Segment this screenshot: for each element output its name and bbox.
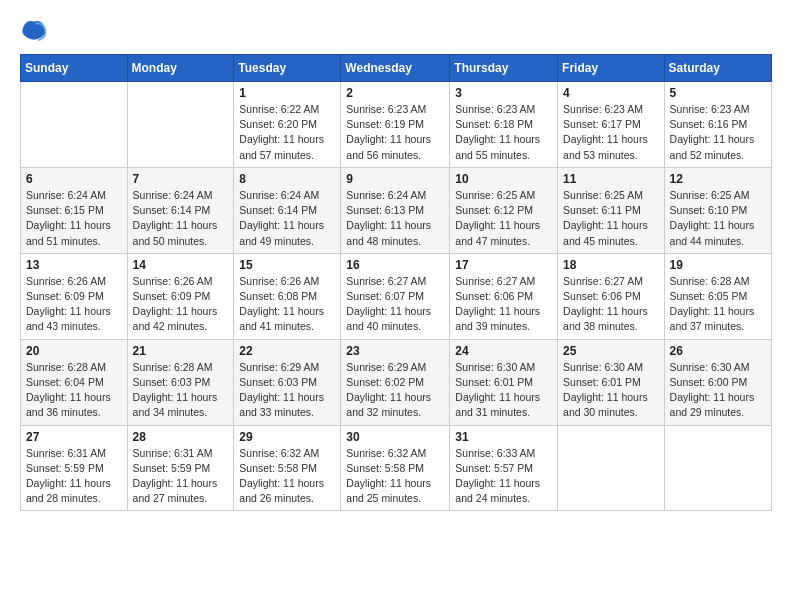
day-header-monday: Monday [127, 55, 234, 82]
day-number: 15 [239, 258, 335, 272]
day-header-tuesday: Tuesday [234, 55, 341, 82]
day-number: 11 [563, 172, 659, 186]
day-number: 6 [26, 172, 122, 186]
day-info: Sunrise: 6:28 AM Sunset: 6:03 PM Dayligh… [133, 360, 229, 421]
calendar-cell [21, 82, 128, 168]
day-info: Sunrise: 6:24 AM Sunset: 6:14 PM Dayligh… [133, 188, 229, 249]
day-number: 25 [563, 344, 659, 358]
day-info: Sunrise: 6:24 AM Sunset: 6:15 PM Dayligh… [26, 188, 122, 249]
calendar-cell: 12Sunrise: 6:25 AM Sunset: 6:10 PM Dayli… [664, 167, 771, 253]
day-number: 14 [133, 258, 229, 272]
day-number: 26 [670, 344, 766, 358]
calendar-cell: 16Sunrise: 6:27 AM Sunset: 6:07 PM Dayli… [341, 253, 450, 339]
day-number: 7 [133, 172, 229, 186]
day-number: 16 [346, 258, 444, 272]
week-row-1: 6Sunrise: 6:24 AM Sunset: 6:15 PM Daylig… [21, 167, 772, 253]
calendar-cell: 11Sunrise: 6:25 AM Sunset: 6:11 PM Dayli… [558, 167, 665, 253]
day-info: Sunrise: 6:27 AM Sunset: 6:06 PM Dayligh… [563, 274, 659, 335]
calendar-cell: 9Sunrise: 6:24 AM Sunset: 6:13 PM Daylig… [341, 167, 450, 253]
calendar-cell: 28Sunrise: 6:31 AM Sunset: 5:59 PM Dayli… [127, 425, 234, 511]
day-info: Sunrise: 6:23 AM Sunset: 6:18 PM Dayligh… [455, 102, 552, 163]
day-info: Sunrise: 6:23 AM Sunset: 6:16 PM Dayligh… [670, 102, 766, 163]
calendar-cell: 8Sunrise: 6:24 AM Sunset: 6:14 PM Daylig… [234, 167, 341, 253]
calendar-cell: 18Sunrise: 6:27 AM Sunset: 6:06 PM Dayli… [558, 253, 665, 339]
calendar-cell: 23Sunrise: 6:29 AM Sunset: 6:02 PM Dayli… [341, 339, 450, 425]
day-info: Sunrise: 6:28 AM Sunset: 6:04 PM Dayligh… [26, 360, 122, 421]
logo-icon [20, 18, 48, 46]
calendar-cell [558, 425, 665, 511]
calendar-cell: 20Sunrise: 6:28 AM Sunset: 6:04 PM Dayli… [21, 339, 128, 425]
calendar-header-row: SundayMondayTuesdayWednesdayThursdayFrid… [21, 55, 772, 82]
day-number: 18 [563, 258, 659, 272]
day-number: 10 [455, 172, 552, 186]
day-number: 20 [26, 344, 122, 358]
calendar-cell: 26Sunrise: 6:30 AM Sunset: 6:00 PM Dayli… [664, 339, 771, 425]
day-info: Sunrise: 6:31 AM Sunset: 5:59 PM Dayligh… [133, 446, 229, 507]
calendar-cell: 31Sunrise: 6:33 AM Sunset: 5:57 PM Dayli… [450, 425, 558, 511]
week-row-0: 1Sunrise: 6:22 AM Sunset: 6:20 PM Daylig… [21, 82, 772, 168]
day-number: 21 [133, 344, 229, 358]
day-header-sunday: Sunday [21, 55, 128, 82]
week-row-3: 20Sunrise: 6:28 AM Sunset: 6:04 PM Dayli… [21, 339, 772, 425]
calendar-cell: 17Sunrise: 6:27 AM Sunset: 6:06 PM Dayli… [450, 253, 558, 339]
calendar-cell: 27Sunrise: 6:31 AM Sunset: 5:59 PM Dayli… [21, 425, 128, 511]
calendar-cell: 4Sunrise: 6:23 AM Sunset: 6:17 PM Daylig… [558, 82, 665, 168]
day-number: 5 [670, 86, 766, 100]
day-info: Sunrise: 6:22 AM Sunset: 6:20 PM Dayligh… [239, 102, 335, 163]
day-info: Sunrise: 6:30 AM Sunset: 6:01 PM Dayligh… [455, 360, 552, 421]
day-number: 17 [455, 258, 552, 272]
calendar-cell: 13Sunrise: 6:26 AM Sunset: 6:09 PM Dayli… [21, 253, 128, 339]
calendar-cell: 29Sunrise: 6:32 AM Sunset: 5:58 PM Dayli… [234, 425, 341, 511]
day-info: Sunrise: 6:28 AM Sunset: 6:05 PM Dayligh… [670, 274, 766, 335]
day-info: Sunrise: 6:32 AM Sunset: 5:58 PM Dayligh… [346, 446, 444, 507]
calendar-cell: 3Sunrise: 6:23 AM Sunset: 6:18 PM Daylig… [450, 82, 558, 168]
day-info: Sunrise: 6:25 AM Sunset: 6:11 PM Dayligh… [563, 188, 659, 249]
calendar-cell: 19Sunrise: 6:28 AM Sunset: 6:05 PM Dayli… [664, 253, 771, 339]
day-number: 28 [133, 430, 229, 444]
day-header-thursday: Thursday [450, 55, 558, 82]
day-info: Sunrise: 6:26 AM Sunset: 6:09 PM Dayligh… [26, 274, 122, 335]
day-number: 2 [346, 86, 444, 100]
day-info: Sunrise: 6:23 AM Sunset: 6:17 PM Dayligh… [563, 102, 659, 163]
day-info: Sunrise: 6:27 AM Sunset: 6:07 PM Dayligh… [346, 274, 444, 335]
day-info: Sunrise: 6:32 AM Sunset: 5:58 PM Dayligh… [239, 446, 335, 507]
calendar-cell: 30Sunrise: 6:32 AM Sunset: 5:58 PM Dayli… [341, 425, 450, 511]
day-number: 19 [670, 258, 766, 272]
day-info: Sunrise: 6:25 AM Sunset: 6:10 PM Dayligh… [670, 188, 766, 249]
day-info: Sunrise: 6:27 AM Sunset: 6:06 PM Dayligh… [455, 274, 552, 335]
day-info: Sunrise: 6:23 AM Sunset: 6:19 PM Dayligh… [346, 102, 444, 163]
week-row-4: 27Sunrise: 6:31 AM Sunset: 5:59 PM Dayli… [21, 425, 772, 511]
calendar-cell [664, 425, 771, 511]
day-info: Sunrise: 6:33 AM Sunset: 5:57 PM Dayligh… [455, 446, 552, 507]
day-number: 31 [455, 430, 552, 444]
calendar-cell: 5Sunrise: 6:23 AM Sunset: 6:16 PM Daylig… [664, 82, 771, 168]
calendar-cell: 15Sunrise: 6:26 AM Sunset: 6:08 PM Dayli… [234, 253, 341, 339]
calendar-cell: 25Sunrise: 6:30 AM Sunset: 6:01 PM Dayli… [558, 339, 665, 425]
day-number: 12 [670, 172, 766, 186]
day-info: Sunrise: 6:29 AM Sunset: 6:02 PM Dayligh… [346, 360, 444, 421]
calendar-cell: 21Sunrise: 6:28 AM Sunset: 6:03 PM Dayli… [127, 339, 234, 425]
calendar-cell: 7Sunrise: 6:24 AM Sunset: 6:14 PM Daylig… [127, 167, 234, 253]
calendar-cell: 6Sunrise: 6:24 AM Sunset: 6:15 PM Daylig… [21, 167, 128, 253]
day-number: 24 [455, 344, 552, 358]
day-info: Sunrise: 6:26 AM Sunset: 6:09 PM Dayligh… [133, 274, 229, 335]
day-header-saturday: Saturday [664, 55, 771, 82]
day-info: Sunrise: 6:24 AM Sunset: 6:13 PM Dayligh… [346, 188, 444, 249]
day-header-friday: Friday [558, 55, 665, 82]
day-number: 8 [239, 172, 335, 186]
day-number: 3 [455, 86, 552, 100]
day-number: 13 [26, 258, 122, 272]
day-number: 27 [26, 430, 122, 444]
day-info: Sunrise: 6:31 AM Sunset: 5:59 PM Dayligh… [26, 446, 122, 507]
calendar-cell: 22Sunrise: 6:29 AM Sunset: 6:03 PM Dayli… [234, 339, 341, 425]
day-number: 4 [563, 86, 659, 100]
header [20, 18, 772, 46]
calendar-cell: 1Sunrise: 6:22 AM Sunset: 6:20 PM Daylig… [234, 82, 341, 168]
day-number: 29 [239, 430, 335, 444]
day-number: 1 [239, 86, 335, 100]
day-number: 23 [346, 344, 444, 358]
day-number: 30 [346, 430, 444, 444]
logo [20, 18, 54, 46]
calendar-table: SundayMondayTuesdayWednesdayThursdayFrid… [20, 54, 772, 511]
calendar-cell [127, 82, 234, 168]
